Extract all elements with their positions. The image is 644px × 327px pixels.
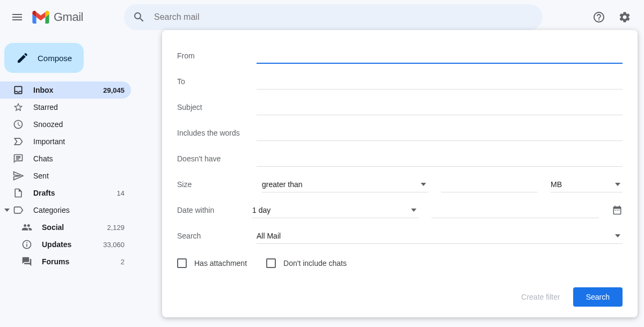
includes-label: Includes the words — [177, 129, 257, 137]
nav-label: Categories — [33, 206, 125, 214]
size-operator-value: greater than — [262, 180, 303, 189]
to-input[interactable] — [257, 74, 623, 90]
doesnt-have-input[interactable] — [257, 151, 623, 167]
checkbox-icon — [266, 258, 276, 268]
brand-text: Gmail — [54, 10, 83, 24]
size-value-input[interactable] — [441, 177, 538, 192]
sidebar-item-categories[interactable]: Categories — [0, 202, 131, 219]
advanced-search-panel: From To Subject Includes the words Doesn… — [162, 30, 638, 317]
star-icon — [13, 102, 24, 113]
gmail-logo-icon — [32, 11, 49, 24]
dont-include-chats-checkbox[interactable]: Don't include chats — [266, 258, 347, 268]
main-menu-button[interactable] — [4, 4, 30, 30]
calendar-button[interactable] — [612, 205, 623, 215]
from-label: From — [177, 51, 257, 60]
to-label: To — [177, 77, 257, 86]
important-icon — [13, 136, 24, 147]
nav-label: Drafts — [33, 189, 117, 197]
chevron-down-icon — [421, 183, 426, 186]
sidebar-item-inbox[interactable]: Inbox 29,045 — [0, 81, 131, 99]
calendar-icon — [612, 205, 623, 215]
nav-count: 2 — [121, 258, 125, 266]
inbox-icon — [13, 85, 24, 95]
size-operator-select[interactable]: greater than — [262, 177, 428, 192]
label-icon — [13, 205, 24, 215]
search-in-value: All Mail — [257, 232, 281, 240]
draft-icon — [13, 188, 24, 198]
search-input[interactable] — [154, 12, 534, 22]
hamburger-icon — [11, 11, 24, 24]
search-bar[interactable] — [124, 4, 543, 30]
sidebar-item-starred[interactable]: Starred — [0, 99, 131, 116]
doesnt-label: Doesn't have — [177, 154, 257, 163]
has-attachment-checkbox[interactable]: Has attachment — [177, 258, 247, 268]
date-range-value: 1 day — [252, 206, 270, 214]
sent-icon — [13, 170, 24, 181]
nav-label: Starred — [33, 103, 125, 112]
chat-icon — [13, 153, 24, 164]
chevron-down-icon — [615, 234, 620, 237]
header: Gmail — [0, 0, 644, 34]
search-icon — [133, 11, 145, 24]
sidebar: Compose Inbox 29,045 Starred Snoozed Imp… — [0, 34, 137, 270]
includes-input[interactable] — [257, 125, 623, 141]
info-icon — [21, 239, 32, 250]
nav-label: Snoozed — [33, 120, 125, 129]
compose-label: Compose — [38, 54, 72, 63]
sidebar-item-drafts[interactable]: Drafts 14 — [0, 184, 131, 202]
size-label: Size — [177, 180, 249, 189]
from-input[interactable] — [257, 48, 623, 64]
sidebar-item-social[interactable]: Social 2,129 — [0, 219, 131, 236]
sidebar-item-updates[interactable]: Updates 33,060 — [0, 236, 131, 253]
date-label: Date within — [177, 206, 239, 214]
create-filter-link: Create filter — [521, 293, 560, 301]
search-in-select[interactable]: All Mail — [257, 228, 623, 244]
has-attachment-label: Has attachment — [194, 259, 247, 267]
no-chats-label: Don't include chats — [283, 259, 347, 267]
size-unit-value: MB — [551, 180, 562, 189]
nav-count: 33,060 — [103, 241, 125, 249]
search-button[interactable]: Search — [573, 287, 623, 307]
compose-button[interactable]: Compose — [4, 43, 84, 73]
nav-label: Inbox — [33, 86, 103, 94]
nav-label: Updates — [42, 240, 103, 249]
checkbox-icon — [177, 258, 187, 268]
search-in-label: Search — [177, 232, 257, 240]
pencil-icon — [16, 51, 29, 64]
sidebar-item-forums[interactable]: Forums 2 — [0, 253, 131, 270]
nav-label: Important — [33, 137, 125, 146]
size-unit-select[interactable]: MB — [551, 177, 623, 192]
date-value-input[interactable] — [431, 203, 599, 218]
sidebar-item-chats[interactable]: Chats — [0, 150, 131, 167]
subject-label: Subject — [177, 103, 257, 112]
nav-count: 14 — [117, 189, 125, 197]
help-icon — [592, 11, 605, 24]
sidebar-item-sent[interactable]: Sent — [0, 167, 131, 184]
caret-down-icon — [3, 207, 11, 213]
help-button[interactable] — [588, 6, 610, 28]
nav-count: 2,129 — [107, 224, 125, 232]
forum-icon — [21, 256, 32, 267]
date-range-select[interactable]: 1 day — [252, 203, 419, 218]
chevron-down-icon — [411, 209, 416, 212]
clock-icon — [13, 119, 24, 130]
sidebar-item-important[interactable]: Important — [0, 133, 131, 150]
nav-label: Forums — [42, 257, 121, 266]
people-icon — [21, 222, 32, 233]
sidebar-item-snoozed[interactable]: Snoozed — [0, 116, 131, 133]
settings-button[interactable] — [614, 6, 635, 28]
logo-area[interactable]: Gmail — [32, 10, 83, 24]
chevron-down-icon — [615, 183, 620, 186]
gear-icon — [618, 11, 631, 24]
header-actions — [588, 6, 640, 28]
subject-input[interactable] — [257, 100, 623, 115]
nav-count: 29,045 — [103, 86, 125, 94]
nav-label: Social — [42, 223, 107, 232]
nav-label: Chats — [33, 154, 125, 163]
nav-label: Sent — [33, 172, 125, 180]
